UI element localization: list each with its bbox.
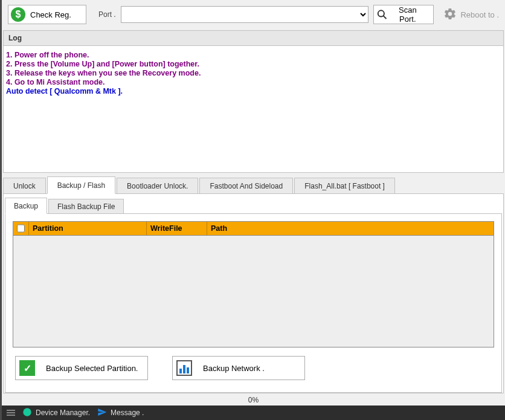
tab-unlock[interactable]: Unlock (3, 178, 46, 193)
gear-refresh-icon (443, 7, 457, 22)
table-header-writefile[interactable]: WriteFile (147, 222, 207, 235)
status-bar: Device Manager. Message . (2, 405, 505, 420)
menu-icon[interactable] (7, 410, 15, 416)
sub-tabs: Backup Flash Backup File (5, 198, 502, 214)
bar-chart-icon (176, 360, 192, 376)
device-manager-label: Device Manager. (36, 409, 90, 417)
log-line: 4. Go to Mi Assistant mode. (6, 78, 501, 87)
paper-plane-icon (97, 407, 107, 419)
backup-selected-partition-button[interactable]: ✓ Backup Selected Partition. (15, 356, 148, 380)
search-icon (376, 8, 388, 21)
subtab-flash-backup-file[interactable]: Flash Backup File (48, 199, 124, 213)
log-line-auto-detect: Auto detect [ Qualcomm & Mtk ]. (6, 87, 501, 96)
log-line: 3. Release the keys when you see the Rec… (6, 69, 501, 78)
message-link[interactable]: Message . (97, 407, 144, 419)
log-body: 1. Power off the phone. 2. Press the [Vo… (3, 46, 504, 173)
message-label: Message . (111, 409, 144, 417)
dollar-icon: $ (11, 7, 25, 22)
reboot-label: Reboot to . (460, 10, 499, 19)
table-body-empty (13, 236, 494, 347)
table-header-path[interactable]: Path (207, 222, 494, 235)
log-header: Log (3, 30, 504, 46)
tab-bootloader-unlock[interactable]: Bootloader Unlock. (117, 178, 198, 193)
log-line: 2. Press the [Volume Up] and [Power butt… (6, 60, 501, 69)
svg-line-1 (384, 16, 387, 19)
port-label: Port . (98, 10, 116, 19)
check-reg-button[interactable]: $ Check Reg. (8, 5, 86, 24)
progress-bar: 0% (2, 393, 505, 405)
table-header-partition[interactable]: Partition (29, 222, 147, 235)
device-manager-link[interactable]: Device Manager. (22, 407, 90, 419)
log-line: 1. Power off the phone. (6, 51, 501, 60)
subtab-backup[interactable]: Backup (5, 198, 47, 214)
reboot-button[interactable]: Reboot to . (439, 5, 499, 24)
check-reg-label: Check Reg. (30, 10, 71, 19)
backup-network-label: Backup Network . (203, 364, 265, 373)
tab-fastboot-sideload[interactable]: Fastboot And Sideload (199, 178, 293, 193)
scan-port-label: Scan Port. (390, 5, 425, 24)
backup-selected-label: Backup Selected Partition. (46, 364, 138, 373)
svg-point-0 (378, 10, 384, 16)
checkmark-icon: ✓ (19, 360, 35, 376)
table-header-checkbox[interactable] (13, 222, 29, 235)
tab-flash-all-bat[interactable]: Flash_All.bat [ Fastboot ] (294, 178, 395, 193)
select-all-checkbox[interactable] (17, 224, 25, 233)
tab-backup-flash[interactable]: Backup / Flash (47, 176, 115, 194)
main-tabs: Unlock Backup / Flash Bootloader Unlock.… (3, 176, 504, 194)
scan-port-button[interactable]: Scan Port. (373, 5, 434, 24)
progress-text: 0% (248, 396, 259, 404)
backup-network-button[interactable]: Backup Network . (172, 356, 305, 380)
port-select[interactable] (121, 6, 369, 23)
svg-point-2 (23, 408, 31, 416)
partition-table: Partition WriteFile Path (13, 221, 494, 347)
device-manager-icon (22, 407, 32, 419)
